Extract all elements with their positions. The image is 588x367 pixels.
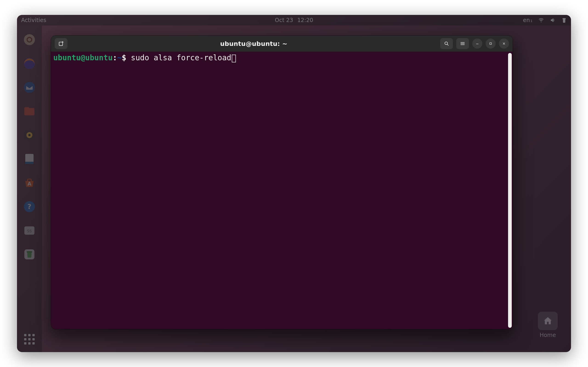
- panel-clock[interactable]: Oct 23 12:20: [275, 17, 313, 23]
- prompt-separator: :: [112, 53, 117, 62]
- screenshots-folder-icon[interactable]: SS: [22, 223, 37, 238]
- libreoffice-writer-icon[interactable]: [22, 152, 37, 166]
- desktop-background: Activities Oct 23 12:20 en 1: [17, 15, 571, 352]
- terminal-window: ubuntu@ubuntu: ~: [51, 35, 513, 329]
- svg-rect-21: [490, 43, 492, 44]
- system-status-area[interactable]: en 1: [523, 17, 567, 23]
- thunderbird-icon[interactable]: [22, 80, 37, 95]
- svg-text:SS: SS: [27, 229, 32, 233]
- prompt-sigil: $: [122, 53, 131, 62]
- panel-time: 12:20: [297, 17, 313, 23]
- svg-rect-10: [25, 162, 34, 164]
- files-icon[interactable]: [22, 104, 37, 119]
- terminal-titlebar[interactable]: ubuntu@ubuntu: ~: [51, 35, 513, 52]
- minimize-button[interactable]: [472, 39, 482, 49]
- home-icon: [543, 316, 553, 326]
- installer-icon[interactable]: [22, 32, 37, 47]
- help-icon[interactable]: ?: [22, 199, 37, 214]
- show-applications-icon[interactable]: [22, 332, 37, 347]
- svg-rect-18: [27, 251, 32, 252]
- desktop-home-label: Home: [540, 332, 556, 338]
- terminal-body[interactable]: ubuntu@ubuntu:~$ sudo alsa force-reload: [51, 52, 513, 329]
- hamburger-menu-button[interactable]: [456, 38, 469, 49]
- svg-text:?: ?: [27, 202, 31, 211]
- svg-point-8: [28, 134, 31, 136]
- software-icon[interactable]: A: [22, 175, 37, 190]
- svg-point-0: [24, 34, 35, 45]
- new-tab-button[interactable]: [55, 38, 68, 49]
- search-button[interactable]: [440, 38, 453, 49]
- gnome-top-panel: Activities Oct 23 12:20 en 1: [17, 15, 571, 25]
- lang-code: en: [523, 17, 530, 23]
- terminal-title: ubuntu@ubuntu: ~: [71, 40, 437, 47]
- trash-icon[interactable]: [22, 247, 37, 262]
- battery-icon: [561, 17, 567, 23]
- prompt-command: sudo alsa force-reload: [131, 53, 231, 62]
- prompt-user-host: ubuntu@ubuntu: [53, 53, 112, 62]
- maximize-button[interactable]: [485, 39, 496, 49]
- volume-icon: [550, 17, 555, 23]
- rhythmbox-icon[interactable]: [22, 128, 37, 142]
- svg-rect-19: [59, 42, 62, 46]
- desktop-home-folder[interactable]: Home: [538, 312, 558, 338]
- wifi-icon: [538, 17, 544, 23]
- panel-date: Oct 23: [275, 17, 293, 23]
- dock: A ? SS: [17, 25, 42, 352]
- cursor-icon: [232, 55, 236, 62]
- close-button[interactable]: [499, 39, 509, 49]
- prompt-line: ubuntu@ubuntu:~$ sudo alsa force-reload: [53, 53, 510, 62]
- input-source-indicator[interactable]: en 1: [523, 17, 532, 23]
- firefox-icon[interactable]: [22, 56, 37, 71]
- svg-point-3: [24, 82, 35, 93]
- lang-variant: 1: [530, 19, 532, 23]
- terminal-scrollbar[interactable]: [508, 53, 512, 328]
- svg-rect-5: [24, 107, 29, 109]
- prompt-path: ~: [117, 53, 122, 62]
- svg-text:A: A: [27, 181, 31, 187]
- activities-button[interactable]: Activities: [21, 17, 46, 23]
